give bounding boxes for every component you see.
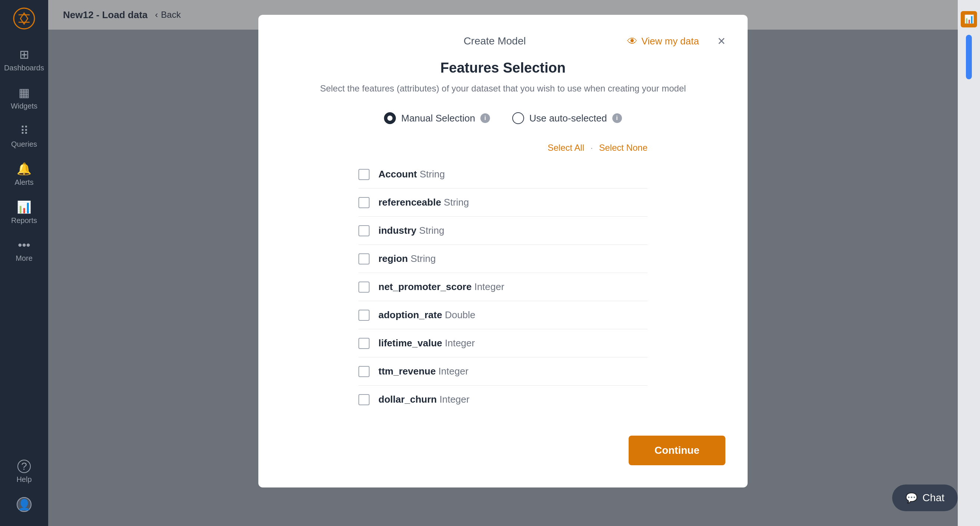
feature-item: referenceable String	[358, 189, 648, 217]
feature-name: ttm_revenue Integer	[379, 365, 468, 377]
select-none-link[interactable]: Select None	[599, 143, 648, 153]
auto-selection-radio[interactable]	[512, 112, 524, 124]
sidebar-item-widgets-label: Widgets	[11, 102, 37, 110]
chat-icon: 💬	[905, 492, 917, 504]
feature-item: region String	[358, 245, 648, 273]
chat-label: Chat	[923, 492, 944, 504]
modal-overlay: Create Model 👁 View my data × Features S…	[48, 0, 958, 526]
eye-icon: 👁	[627, 35, 638, 48]
selection-mode-group: Manual Selection i Use auto-selected i	[281, 112, 725, 124]
feature-item: adoption_rate Double	[358, 301, 648, 329]
auto-selection-option[interactable]: Use auto-selected i	[512, 112, 622, 124]
feature-item: Account String	[358, 161, 648, 189]
feature-name: dollar_churn Integer	[379, 394, 469, 405]
feature-item: ttm_revenue Integer	[358, 358, 648, 386]
sidebar-item-dashboards[interactable]: ⊞ Dashboards	[0, 41, 48, 79]
auto-info-icon[interactable]: i	[612, 113, 622, 123]
feature-name: industry String	[379, 225, 444, 236]
modal-header-title: Create Model	[362, 35, 627, 47]
feature-name: Account String	[379, 168, 445, 180]
manual-selection-label: Manual Selection	[401, 113, 475, 124]
sidebar-item-reports[interactable]: 📊 Reports	[0, 193, 48, 232]
feature-name: referenceable String	[379, 197, 469, 208]
sidebar-item-widgets[interactable]: ▦ Widgets	[0, 79, 48, 117]
features-list: Account Stringreferenceable Stringindust…	[358, 161, 648, 413]
sidebar-item-dashboards-label: Dashboards	[4, 64, 44, 72]
link-divider: ·	[590, 143, 593, 153]
alerts-icon: 🔔	[17, 162, 32, 176]
more-icon: •••	[18, 238, 30, 252]
main-content: New12 - Load data ‹ Back Create Model 👁 …	[48, 0, 958, 526]
sidebar-item-queries-label: Queries	[11, 140, 37, 149]
manual-selection-option[interactable]: Manual Selection i	[384, 112, 490, 124]
feature-name: net_promoter_score Integer	[379, 281, 504, 292]
sidebar-item-alerts[interactable]: 🔔 Alerts	[0, 155, 48, 193]
feature-checkbox-4[interactable]	[358, 281, 369, 292]
feature-checkbox-8[interactable]	[358, 394, 369, 405]
feature-checkbox-6[interactable]	[358, 338, 369, 349]
queries-icon: ⠿	[20, 124, 29, 138]
sidebar-item-help-label: Help	[16, 475, 32, 484]
select-all-link[interactable]: Select All	[548, 143, 584, 153]
section-title: Features Selection	[281, 60, 725, 76]
continue-button[interactable]: Continue	[628, 435, 725, 465]
section-subtitle: Select the features (attributes) of your…	[281, 83, 725, 94]
manual-selection-radio[interactable]	[384, 112, 396, 124]
right-bar-slider[interactable]	[966, 35, 972, 79]
help-icon: ?	[18, 460, 31, 473]
sidebar: ⊞ Dashboards ▦ Widgets ⠿ Queries 🔔 Alert…	[0, 0, 48, 526]
widgets-icon: ▦	[19, 86, 30, 100]
feature-checkbox-7[interactable]	[358, 366, 369, 377]
feature-name: region String	[379, 253, 436, 264]
feature-name: lifetime_value Integer	[379, 337, 475, 349]
sidebar-item-profile[interactable]: 👤	[0, 491, 48, 519]
feature-checkbox-0[interactable]	[358, 169, 369, 180]
svg-point-0	[14, 8, 35, 29]
right-bar: 📊	[958, 0, 980, 526]
app-logo	[13, 7, 35, 30]
create-model-modal: Create Model 👁 View my data × Features S…	[258, 15, 748, 488]
sidebar-item-more-label: More	[16, 254, 33, 263]
auto-selection-label: Use auto-selected	[529, 113, 607, 124]
sidebar-item-reports-label: Reports	[11, 216, 37, 225]
feature-list-container: Select All · Select None Account Stringr…	[358, 143, 648, 413]
feature-item: lifetime_value Integer	[358, 329, 648, 358]
sidebar-item-alerts-label: Alerts	[14, 178, 33, 187]
sidebar-item-more[interactable]: ••• More	[0, 232, 48, 269]
feature-item: net_promoter_score Integer	[358, 273, 648, 301]
profile-icon: 👤	[17, 497, 32, 512]
right-bar-chart-button[interactable]: 📊	[961, 11, 977, 27]
dashboards-icon: ⊞	[19, 48, 29, 62]
manual-info-icon[interactable]: i	[480, 113, 490, 123]
sidebar-item-help[interactable]: ? Help	[0, 453, 48, 491]
feature-checkbox-2[interactable]	[358, 225, 369, 236]
modal-header-bar: Create Model 👁 View my data ×	[281, 33, 725, 49]
feature-checkbox-1[interactable]	[358, 197, 369, 208]
feature-name: adoption_rate Double	[379, 309, 476, 321]
feature-checkbox-3[interactable]	[358, 253, 369, 264]
feature-item: industry String	[358, 217, 648, 245]
feature-checkbox-5[interactable]	[358, 310, 369, 321]
view-my-data-button[interactable]: 👁 View my data	[627, 35, 699, 48]
feature-item: dollar_churn Integer	[358, 386, 648, 413]
reports-icon: 📊	[17, 200, 32, 214]
select-links: Select All · Select None	[358, 143, 648, 153]
chat-button[interactable]: 💬 Chat	[892, 485, 958, 511]
view-my-data-label: View my data	[641, 35, 699, 47]
sidebar-bottom: ? Help 👤	[0, 453, 48, 519]
chart-icon: 📊	[964, 14, 974, 24]
sidebar-item-queries[interactable]: ⠿ Queries	[0, 117, 48, 155]
continue-button-wrap: Continue	[281, 435, 725, 465]
close-button[interactable]: ×	[718, 33, 725, 49]
